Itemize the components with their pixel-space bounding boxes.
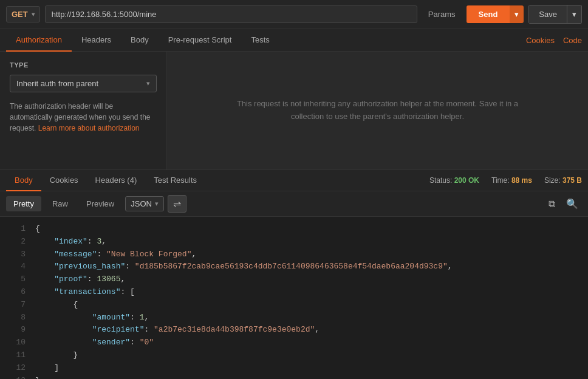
json-line: 8 "amount": 1, <box>9 312 579 324</box>
response-tab-body[interactable]: Body <box>6 170 41 191</box>
split-layout: TYPE Inherit auth from parent ▾ The auth… <box>0 52 588 170</box>
type-select[interactable]: Inherit auth from parent ▾ <box>10 75 157 92</box>
format-value: JSON <box>131 199 152 208</box>
auth-right-message: This request is not inheriting any autho… <box>226 98 530 123</box>
search-button[interactable]: 🔍 <box>562 196 582 212</box>
code-link[interactable]: Code <box>563 36 582 45</box>
body-tab-preview[interactable]: Preview <box>79 196 121 211</box>
json-viewer: 1{2 "index": 3,3 "message": "New Block F… <box>0 217 588 379</box>
json-line-content: "index": 3, <box>35 236 106 248</box>
response-tabs-bar: Body Cookies Headers (4) Test Results St… <box>0 170 588 191</box>
json-line-content: "proof": 13065, <box>35 273 125 286</box>
json-line: 3 "message": "New Block Forged", <box>9 248 579 261</box>
response-tab-cookies[interactable]: Cookies <box>41 170 87 191</box>
json-line: 10 "sender": "0" <box>9 336 579 349</box>
auth-left-panel: TYPE Inherit auth from parent ▾ The auth… <box>0 52 167 169</box>
body-tab-pretty[interactable]: Pretty <box>6 196 41 211</box>
wrap-button[interactable]: ⇌ <box>168 195 186 213</box>
size-label: Size: 375 B <box>544 176 582 185</box>
send-button[interactable]: Send <box>467 5 510 23</box>
json-line-content: "amount": 1, <box>35 312 149 324</box>
json-line-content: "previous_hash": "d185b5867f2cab9cae5619… <box>35 261 453 273</box>
json-line-content: "message": "New Block Forged", <box>35 248 196 261</box>
save-dropdown-button[interactable]: ▾ <box>567 5 582 24</box>
save-btn-group: Save ▾ <box>528 5 582 24</box>
tab-authorization[interactable]: Authorization <box>6 29 72 52</box>
json-line-content: "transactions": [ <box>35 286 135 299</box>
json-line: 2 "index": 3, <box>9 236 579 248</box>
response-section: Body Cookies Headers (4) Test Results St… <box>0 170 588 379</box>
method-chevron-icon: ▾ <box>32 11 35 18</box>
method-label: GET <box>12 10 28 19</box>
json-line: 4 "previous_hash": "d185b5867f2cab9cae56… <box>9 261 579 273</box>
type-label: TYPE <box>10 61 157 69</box>
time-value: 88 ms <box>511 176 532 185</box>
response-tab-test-results[interactable]: Test Results <box>145 170 205 191</box>
body-tab-raw[interactable]: Raw <box>45 196 75 211</box>
json-line: 12 ] <box>9 362 579 375</box>
tab-pre-request-script[interactable]: Pre-request Script <box>159 29 242 52</box>
response-tab-headers[interactable]: Headers (4) <box>87 170 146 191</box>
json-line-content: ] <box>35 362 59 375</box>
send-btn-group: Send ▾ <box>467 5 524 23</box>
tab-tests[interactable]: Tests <box>241 29 279 52</box>
request-tabs: Authorization Headers Body Pre-request S… <box>0 29 588 52</box>
tab-body[interactable]: Body <box>121 29 159 52</box>
cookies-link[interactable]: Cookies <box>526 36 555 45</box>
json-line-content: { <box>35 223 40 236</box>
json-line: 1{ <box>9 223 579 236</box>
send-dropdown-button[interactable]: ▾ <box>510 5 524 23</box>
json-line: 5 "proof": 13065, <box>9 273 579 286</box>
method-selector[interactable]: GET ▾ <box>6 6 40 22</box>
response-status-bar: Status: 200 OK Time: 88 ms Size: 375 B <box>429 176 582 185</box>
json-line-content: { <box>35 299 78 312</box>
status-value: 200 OK <box>454 176 479 185</box>
json-line: 13} <box>9 375 579 379</box>
size-value: 375 B <box>562 176 582 185</box>
json-line: 11 } <box>9 349 579 362</box>
copy-button[interactable]: ⧉ <box>545 196 559 212</box>
format-selector[interactable]: JSON ▾ <box>125 196 164 211</box>
json-line: 7 { <box>9 299 579 312</box>
type-value: Inherit auth from parent <box>16 79 98 88</box>
json-line-content: "sender": "0" <box>35 336 154 349</box>
auth-description: The authorization header will be automat… <box>10 101 157 134</box>
type-chevron-icon: ▾ <box>146 80 150 87</box>
format-chevron-icon: ▾ <box>155 200 159 208</box>
json-line-content: } <box>35 375 40 379</box>
auth-right-panel: This request is not inheriting any autho… <box>167 52 588 169</box>
tab-right-links: Cookies Code <box>526 36 582 45</box>
time-label: Time: 88 ms <box>491 176 532 185</box>
json-line-content: "recipient": "a2b7ec31e8da44b398f87fc9e3… <box>35 324 320 336</box>
body-toolbar: Pretty Raw Preview JSON ▾ ⇌ ⧉ 🔍 <box>0 191 588 217</box>
params-button[interactable]: Params <box>422 7 462 22</box>
url-input[interactable] <box>45 5 417 23</box>
json-line-content: } <box>35 349 78 362</box>
json-line: 6 "transactions": [ <box>9 286 579 299</box>
top-bar: GET ▾ Params Send ▾ Save ▾ <box>0 0 588 29</box>
tab-headers[interactable]: Headers <box>72 29 121 52</box>
status-label: Status: 200 OK <box>429 176 479 185</box>
save-button[interactable]: Save <box>528 5 567 24</box>
learn-more-link[interactable]: Learn more about authorization <box>38 124 140 132</box>
json-line: 9 "recipient": "a2b7ec31e8da44b398f87fc9… <box>9 324 579 336</box>
